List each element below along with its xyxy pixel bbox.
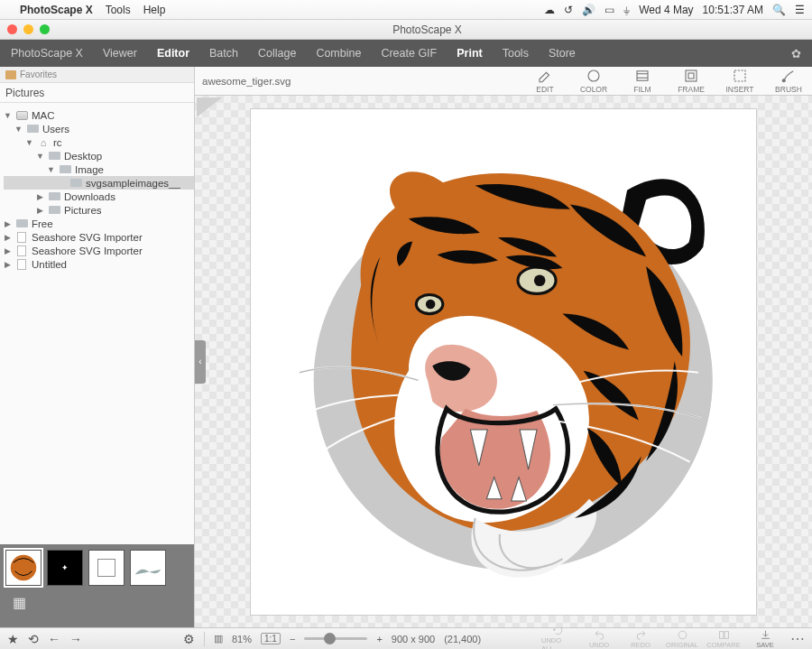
image-dimensions: 900 x 900 [392,634,435,644]
tree-image[interactable]: Image [75,164,104,175]
tab-print[interactable]: Print [457,47,482,60]
tab-collage[interactable]: Collage [258,47,296,60]
svg-rect-3 [637,71,648,81]
pictures-label[interactable]: Pictures [0,83,194,103]
cursor-coords: (21,400) [444,634,481,644]
tab-batch[interactable]: Batch [209,47,238,60]
tool-film[interactable]: FILM [626,68,659,94]
tree-seashore2[interactable]: Seashore SVG Importer [32,246,143,256]
corner-flag-icon [197,97,222,117]
tree-untitled[interactable]: Untitled [32,259,67,270]
volume-icon[interactable]: 🔊 [582,4,595,16]
tool-insert[interactable]: INSERT [724,68,756,94]
histogram-icon[interactable]: ▥ [214,633,223,644]
tab-tools[interactable]: Tools [503,47,529,60]
window-title: PhotoScape X [50,23,805,36]
svg-point-12 [534,275,546,287]
current-filename: awesome_tiger.svg [202,76,291,87]
tab-editor[interactable]: Editor [157,47,189,60]
tree-rc[interactable]: rc [53,137,62,148]
thumb-4[interactable] [130,550,166,586]
display-icon[interactable]: ▭ [604,4,614,16]
tree-downloads[interactable]: Downloads [64,191,115,202]
action-redo[interactable]: REDO [624,629,657,649]
folder-tree[interactable]: ▼MAC ▼Users ▼⌂rc ▼Desktop ▼Image svgsamp… [0,103,194,544]
favorites-bar[interactable]: Favorites [0,67,194,83]
thumb-tiger[interactable] [5,550,42,586]
svg-rect-7 [688,73,694,79]
forward-icon[interactable]: → [69,632,82,646]
editor-panel: awesome_tiger.svg EDIT COLOR FILM FRAME … [195,67,812,627]
tree-mac[interactable]: MAC [32,110,55,121]
tree-seashore1[interactable]: Seashore SVG Importer [32,232,143,243]
tab-viewer[interactable]: Viewer [103,47,137,60]
app-toolbar: PhotoScape X Viewer Editor Batch Collage… [0,40,812,67]
tool-brush[interactable]: BRUSH [772,68,805,94]
svg-rect-1 [98,560,115,577]
zoom-in-button[interactable]: + [376,634,382,644]
macos-menubar: PhotoScape X Tools Help ☁︎ ↺ 🔊 ▭ ⏚ Wed 4… [0,0,812,20]
back-icon[interactable]: ← [48,632,60,646]
refresh-icon[interactable]: ⟲ [28,632,39,646]
thumbnail-strip: ✦ ▦ [0,544,194,627]
tool-frame[interactable]: FRAME [675,68,707,94]
action-undo[interactable]: UNDO [583,629,615,649]
zoom-slider[interactable] [304,637,367,640]
tree-pictures[interactable]: Pictures [64,205,102,216]
wifi-icon[interactable]: ⏚ [623,4,630,16]
gear-icon[interactable]: ⚙ [183,632,195,646]
tab-combine[interactable]: Combine [316,47,361,60]
folder-icon [5,70,16,79]
more-icon[interactable]: ⋯ [790,630,805,647]
tab-photoscapex[interactable]: PhotoScape X [11,47,83,60]
zoom-ratio[interactable]: 1:1 [261,633,281,644]
tab-creategif[interactable]: Create GIF [381,47,437,60]
star-icon[interactable]: ★ [7,632,19,646]
action-compare[interactable]: COMPARE [707,629,740,649]
thumb-2[interactable]: ✦ [47,550,83,586]
zoom-out-button[interactable]: − [290,634,295,644]
zoom-percent[interactable]: 81% [232,634,252,644]
window-close-button[interactable] [7,24,17,34]
svg-rect-17 [724,631,728,638]
action-original[interactable]: ORIGINAL [666,629,698,649]
thumb-3[interactable] [88,550,125,586]
action-save[interactable]: SAVE [749,629,781,649]
svg-point-14 [426,300,436,310]
settings-gear-icon[interactable]: ✿ [791,47,801,60]
menu-icon[interactable]: ☰ [795,4,805,16]
svg-point-9 [782,79,785,82]
tree-free[interactable]: Free [32,218,53,229]
image-canvas[interactable] [251,109,756,615]
sidebar-collapse-button[interactable]: ‹ [195,340,206,384]
menubar-item-help[interactable]: Help [143,4,166,16]
tree-desktop[interactable]: Desktop [64,151,102,162]
spotlight-icon[interactable]: 🔍 [772,4,786,16]
window-maximize-button[interactable] [40,24,50,34]
tree-svgfolder[interactable]: svgsampleimages__ [86,178,180,189]
action-undoall[interactable]: UNDO ALL [541,625,574,649]
tool-edit[interactable]: EDIT [529,68,561,94]
tab-store[interactable]: Store [549,47,576,60]
svg-point-2 [588,70,599,81]
window-titlebar: PhotoScape X [0,20,812,40]
menubar-time[interactable]: 10:51:37 AM [703,4,763,16]
svg-rect-8 [734,70,745,81]
canvas-area[interactable]: ‹ [195,96,812,627]
thumb-grid-button[interactable]: ▦ [5,591,32,613]
sync-icon[interactable]: ↺ [564,4,573,16]
svg-rect-6 [686,70,697,81]
menubar-date[interactable]: Wed 4 May [639,4,693,16]
window-minimize-button[interactable] [23,24,33,34]
sidebar: Favorites Pictures ▼MAC ▼Users ▼⌂rc ▼Des… [0,67,195,627]
svg-point-15 [678,631,687,639]
bottom-bar: ★ ⟲ ← → ⚙ ▥ 81% 1:1 − + 900 x 900 (21,40… [0,627,812,649]
tree-users[interactable]: Users [42,124,69,134]
menubar-app-name[interactable]: PhotoScape X [20,4,93,16]
editor-topbar: awesome_tiger.svg EDIT COLOR FILM FRAME … [195,67,812,96]
tool-color[interactable]: COLOR [577,68,610,94]
favorites-label: Favorites [20,70,57,79]
svg-rect-16 [719,631,723,638]
menubar-item-tools[interactable]: Tools [106,4,131,16]
cloud-icon[interactable]: ☁︎ [544,4,555,16]
